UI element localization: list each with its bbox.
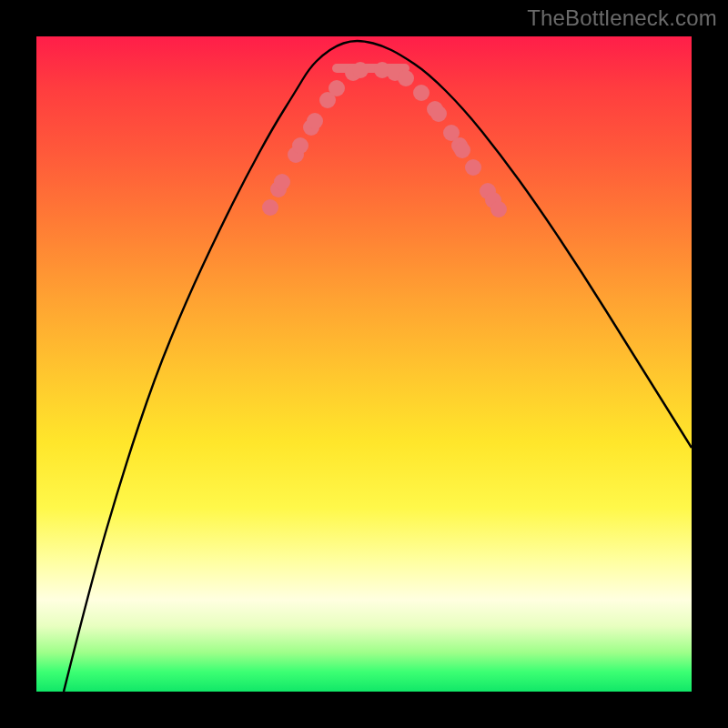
curve-dot (307, 113, 323, 129)
curve-dot (292, 137, 308, 154)
curve-dot (274, 174, 290, 190)
curve-layer (64, 41, 692, 692)
curve-dot (352, 62, 369, 78)
chart-svg (36, 36, 692, 692)
curve-dot (262, 199, 278, 216)
chart-frame: TheBottleneck.com (0, 0, 728, 728)
curve-dot (465, 159, 481, 176)
curve-dot (430, 106, 447, 122)
curve-dot (329, 80, 345, 96)
curve-dot (490, 201, 507, 217)
plot-area (36, 36, 692, 692)
bottleneck-curve (64, 41, 692, 692)
curve-dot (398, 70, 414, 86)
curve-dot (413, 85, 430, 101)
curve-dot (454, 142, 470, 158)
watermark-text: TheBottleneck.com (527, 5, 717, 31)
